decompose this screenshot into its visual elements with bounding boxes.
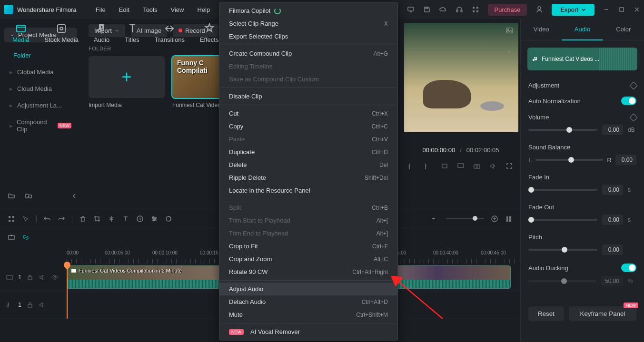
mark-in-icon[interactable]: { (408, 162, 416, 170)
balance-value[interactable]: 0.00 (615, 155, 636, 165)
context-menu-item[interactable]: DeleteDel (219, 158, 397, 171)
playhead[interactable] (67, 264, 68, 319)
mute-icon[interactable] (39, 301, 46, 309)
fade-out-value[interactable]: 0.00 (602, 215, 623, 225)
context-menu-item[interactable]: NEWAI Vocal Remover (219, 325, 397, 338)
context-menu-item[interactable]: Crop to FitCtrl+F (219, 240, 397, 253)
speed-icon[interactable] (136, 215, 144, 223)
save-icon[interactable] (423, 6, 431, 13)
visibility-icon[interactable] (51, 274, 59, 281)
sidebar-item-cloud-media[interactable]: ▸Cloud Media (4, 80, 77, 97)
text-icon[interactable] (122, 215, 129, 223)
tab-stock-media[interactable]: Stock Media (41, 21, 81, 45)
mark-out-icon[interactable]: } (425, 162, 432, 170)
export-button[interactable]: Export (552, 4, 594, 16)
menu-tools[interactable]: Tools (143, 6, 157, 13)
sidebar-item-adjustment-layer[interactable]: ▸Adjustment La... (4, 97, 77, 114)
delete-icon[interactable] (79, 215, 87, 223)
ducking-slider[interactable] (528, 280, 596, 282)
menu-edit[interactable]: Edit (119, 6, 129, 13)
fade-in-value[interactable]: 0.00 (602, 185, 623, 195)
context-menu-item[interactable]: CopyCtrl+C (219, 120, 397, 133)
apps-icon[interactable] (472, 6, 479, 13)
ducking-toggle[interactable] (621, 264, 636, 272)
context-menu-item[interactable]: Adjust Audio (219, 283, 397, 295)
context-menu-item[interactable]: Filmora Copilot (219, 4, 397, 17)
context-menu-item[interactable]: Disable Clip (219, 90, 397, 103)
collapse-icon[interactable] (70, 192, 78, 200)
headphones-icon[interactable] (456, 6, 463, 13)
view-options-icon[interactable] (505, 215, 513, 223)
context-menu-item[interactable]: DuplicateCtrl+D (219, 146, 397, 158)
crop-icon[interactable] (93, 215, 101, 223)
context-menu-item[interactable]: MuteCtrl+Shift+M (219, 308, 397, 321)
keyframe-diamond-icon[interactable] (630, 81, 638, 89)
purchase-button[interactable]: Purchase (488, 4, 527, 16)
context-menu-item[interactable]: Ripple DeleteShift+Del (219, 171, 397, 184)
context-menu-item[interactable]: Crop and ZoomAlt+C (219, 253, 397, 265)
ducking-value[interactable]: 50.00 (601, 276, 623, 286)
tab-video[interactable]: Video (521, 19, 562, 40)
adjust-icon[interactable] (150, 215, 158, 223)
fullscreen-icon[interactable] (505, 162, 513, 170)
preview-dropdown-icon[interactable] (505, 48, 513, 55)
cloud-icon[interactable] (439, 6, 447, 13)
reset-button[interactable]: Reset (528, 306, 564, 321)
close-icon[interactable] (634, 6, 640, 13)
video-preview[interactable] (404, 23, 518, 132)
image-icon[interactable] (505, 27, 513, 34)
context-menu-item[interactable]: Export Selected Clips (219, 30, 397, 43)
fade-out-slider[interactable] (528, 219, 597, 221)
menu-file[interactable]: File (96, 6, 106, 13)
context-menu-item[interactable]: Detach AudioCtrl+Alt+D (219, 295, 397, 308)
split-icon[interactable] (108, 215, 115, 223)
menu-view[interactable]: View (170, 6, 184, 13)
snapshot-icon[interactable] (473, 162, 481, 170)
sidebar-item-compound-clip[interactable]: ▸Compound ClipNEW (4, 114, 77, 137)
lock-icon[interactable] (26, 274, 34, 281)
display-icon[interactable] (457, 162, 465, 170)
volume-value[interactable]: 0.00 (602, 125, 623, 135)
context-menu-item[interactable]: Create Compound ClipAlt+G (219, 47, 397, 60)
maximize-icon[interactable] (618, 6, 625, 13)
zoom-in-icon[interactable] (491, 215, 498, 223)
tl-add-track-icon[interactable] (8, 234, 15, 241)
context-menu-item[interactable]: Locate in the Resource Panel (219, 184, 397, 197)
color-icon[interactable] (165, 215, 172, 223)
volume-icon[interactable] (489, 162, 497, 170)
zoom-out-icon[interactable]: − (432, 215, 439, 223)
ratio-icon[interactable] (441, 162, 448, 170)
keyframe-panel-button[interactable]: Keyframe PanelNEW (569, 306, 636, 321)
context-menu-item[interactable]: Select Clip RangeX (219, 17, 397, 30)
tab-media[interactable]: Media (10, 21, 32, 45)
balance-slider[interactable] (535, 159, 603, 161)
audio-clip-widget[interactable]: Funniest Cat Videos ... (527, 48, 637, 70)
import-media-thumb[interactable]: + Import Media (89, 56, 165, 108)
undo-icon[interactable] (43, 215, 51, 223)
tl-select-icon[interactable] (8, 215, 15, 223)
sidebar-folder[interactable]: Folder (4, 47, 77, 64)
pitch-slider[interactable] (528, 249, 597, 251)
sidebar-item-global-media[interactable]: ▸Global Media (4, 64, 77, 80)
keyframe-diamond-icon[interactable] (630, 113, 638, 121)
tab-color[interactable]: Color (603, 19, 644, 40)
tab-audio-top[interactable]: Audio (91, 21, 112, 45)
timeline-zoom-slider[interactable] (446, 218, 484, 219)
minimize-icon[interactable] (603, 6, 610, 13)
fade-in-slider[interactable] (528, 189, 597, 191)
folder-plus-icon[interactable] (25, 192, 32, 200)
volume-slider[interactable] (528, 129, 597, 131)
context-menu-item[interactable]: CutCtrl+X (219, 107, 397, 120)
user-icon[interactable] (535, 6, 543, 13)
tab-transitions[interactable]: Transitions (152, 21, 188, 45)
tab-audio[interactable]: Audio (562, 19, 603, 40)
redo-icon[interactable] (58, 215, 65, 223)
menu-help[interactable]: Help (197, 6, 210, 13)
link-icon[interactable] (22, 234, 30, 241)
screen-icon[interactable] (407, 6, 415, 13)
new-folder-icon[interactable] (8, 192, 15, 200)
mute-icon[interactable] (39, 274, 46, 281)
tab-effects[interactable]: Effects (197, 21, 222, 45)
tab-titles[interactable]: Titles (122, 21, 142, 45)
auto-norm-toggle[interactable] (621, 97, 636, 105)
